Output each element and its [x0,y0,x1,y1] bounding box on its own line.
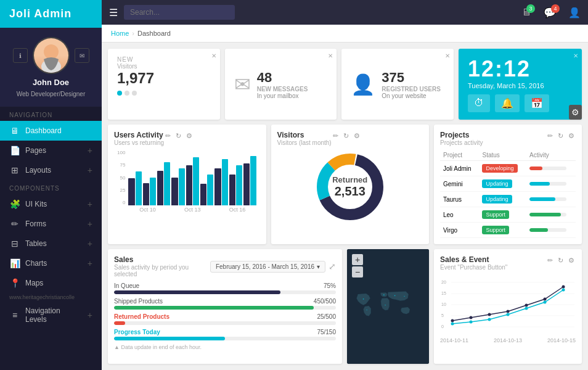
sidebar-item-tables[interactable]: ⊟ Tables + [0,234,102,253]
svg-point-9 [404,296,404,297]
line-chart-svg: 20 15 10 5 0 [440,274,576,336]
project-row-taurus: Taurus Updating [440,192,576,207]
sidebar-item-pages[interactable]: 📄 Pages + [0,141,102,160]
sidebar-item-dashboard[interactable]: 🖥 Dashboard [0,121,102,141]
projects-refresh-button[interactable]: ↻ [557,131,565,141]
refresh-button[interactable]: ↻ [174,131,182,141]
sidebar-item-maps[interactable]: 📍 Maps [0,273,102,293]
stat-close-messages[interactable]: ✕ [328,52,333,59]
sidebar-item-label: Tables [25,239,83,248]
expand-tables-icon[interactable]: + [88,239,92,249]
floating-settings-gear[interactable]: ⚙ [569,105,582,120]
visitors-edit-button[interactable]: ✏ [332,131,340,141]
breadcrumb-home[interactable]: Home [111,30,129,37]
projects-subtitle: Projects activity [440,139,546,146]
bar-teal-8 [236,165,242,205]
status-support-badge-virgo: Support [482,226,509,234]
settings-button[interactable]: ⚙ [185,131,194,141]
bar-group-2 [143,178,156,205]
sidebar-item-forms[interactable]: ✏ Forms + [0,214,102,234]
shipped-bar-fill [114,306,314,310]
expand-forms-icon[interactable]: + [88,219,92,229]
expand-navlevels-icon[interactable]: + [88,310,92,320]
svg-text:5: 5 [441,313,444,318]
bars-container [128,156,256,205]
projects-widget: Projects Projects activity ✏ ↻ ⚙ Project… [434,125,582,244]
edit-button[interactable]: ✏ [164,131,172,141]
returned-products-label: Returned Products [114,313,169,320]
bar-teal-4 [179,168,185,205]
progress-today-bar-fill [114,337,225,340]
inqueue-label-row: In Queue 75% [114,282,336,289]
sales-event-settings-button[interactable]: ⚙ [567,255,576,266]
line-chart-x-labels: 2014-10-11 2014-10-13 2014-10-15 [440,337,576,343]
profile-info-button[interactable]: ℹ [13,48,28,63]
returned-value: 2,513 [332,184,367,199]
sidebar-item-navlevels[interactable]: ≡ Navigation Levels + [0,302,102,329]
sidebar-profile: ℹ ✉ John Doe Web Developer/Designer [0,28,102,107]
sidebar-item-label: Pages [25,146,83,155]
notifications-button[interactable]: 🖥 3 [521,7,531,18]
sales-progress-section: In Queue 75% Shipped Products 450/500 [114,282,336,340]
sidebar: Joli Admin ℹ ✉ John Doe Web Developer/De… [0,0,102,370]
expand-pages-icon[interactable]: + [88,146,92,155]
sidebar-item-layouts[interactable]: ⊞ Layouts + [0,160,102,180]
svg-point-10 [366,310,367,310]
clock-time: 12:12 [468,56,573,82]
user-icon[interactable]: 👤 [568,7,581,18]
projects-settings-button[interactable]: ⚙ [567,131,576,141]
clock-close[interactable]: ✕ [573,52,578,59]
menu-toggle-button[interactable]: ☰ [109,7,118,18]
visitors-refresh-button[interactable]: ↻ [342,131,350,141]
date-range-picker[interactable]: February 15, 2016 - March 15, 2016 ▾ [210,261,325,273]
stat-close-visitors[interactable]: ✕ [211,52,216,59]
expand-uikits-icon[interactable]: + [88,199,92,209]
inqueue-bar-bg [114,290,336,294]
sales-event-title: Sales & Event [440,255,546,264]
stat-value-visitors: 1,977 [117,70,211,87]
svg-point-24 [488,313,491,316]
stat-dots [117,91,211,96]
returned-bar-bg [114,321,336,325]
sidebar-item-charts[interactable]: 📊 Charts + [0,253,102,273]
sidebar-item-label: Maps [25,279,92,287]
users-activity-header: Users Activity Users vs returning ✏ ↻ ⚙ [114,131,260,146]
bottom-row: Sales Sales activity by period you selec… [108,249,582,364]
projects-title: Projects [440,131,546,139]
search-input[interactable] [124,5,235,20]
visitors-settings-button[interactable]: ⚙ [353,131,361,141]
profile-message-button[interactable]: ✉ [75,48,89,63]
sidebar-logo: Joli Admin [0,0,102,28]
stat-close-users[interactable]: ✕ [445,52,450,59]
bar-dark-1 [128,178,134,205]
zoom-out-button[interactable]: − [352,266,363,278]
project-name-joliadmin: Joli Admin [440,161,479,176]
zoom-in-button[interactable]: + [352,254,363,265]
progress-today-label: Progress Today [114,329,160,335]
project-name-taurus: Taurus [440,192,479,207]
returned-label-row: Returned Products 25/500 [114,313,336,320]
svg-point-29 [451,323,454,326]
svg-point-33 [525,307,528,310]
messages-button[interactable]: 💬 4 [544,7,556,18]
sales-event-edit-button[interactable]: ✏ [546,255,554,266]
clock-calendar-button[interactable]: 📅 [525,94,549,112]
bar-dark-9 [243,163,250,205]
activity-bar-taurus [529,197,566,201]
projects-edit-button[interactable]: ✏ [546,131,554,141]
clock-bell-button[interactable]: 🔔 [495,94,520,112]
svg-point-2 [44,44,59,59]
inqueue-value: 75% [324,282,336,289]
visitors-actions: ✏ ↻ ⚙ [332,131,361,141]
bar-dark-8 [229,175,235,205]
clock-timer-button[interactable]: ⏱ [468,94,490,112]
stat-card-messages: ✕ ✉ 48 NEW MESSAGES In your mailbox [225,49,337,120]
users-activity-actions: ✏ ↻ ⚙ [164,131,194,141]
sales-event-refresh-button[interactable]: ↻ [557,255,565,266]
expand-layouts-icon[interactable]: + [88,165,92,175]
sidebar-item-uikits[interactable]: 🧩 UI Kits + [0,194,102,214]
uikits-icon: 🧩 [9,199,20,209]
expand-sales-button[interactable]: ⤢ [329,261,336,271]
expand-charts-icon[interactable]: + [88,258,92,268]
charts-row: Users Activity Users vs returning ✏ ↻ ⚙ … [108,125,582,244]
